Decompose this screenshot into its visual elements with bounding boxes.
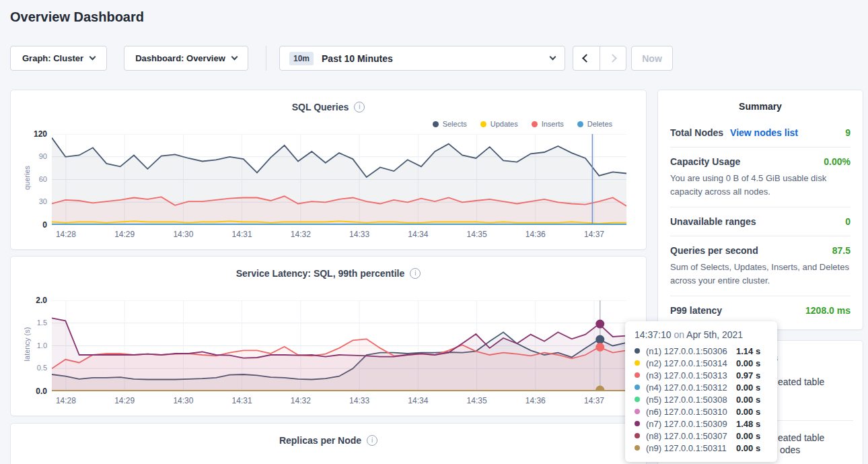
x-tick-label: 14:29 bbox=[110, 396, 139, 405]
tooltip-timestamp: 14:37:10 on Apr 5th, 2021 bbox=[635, 329, 768, 340]
x-tick-label: 14:33 bbox=[345, 230, 374, 239]
x-tick-label: 14:28 bbox=[51, 230, 81, 239]
stat-queries-per-second: Queries per second 87.5 Sum of Selects, … bbox=[670, 236, 851, 296]
x-tick-label: 14:36 bbox=[521, 396, 550, 405]
service-latency-chart-card: Service Latency: SQL, 99th percentile i … bbox=[10, 256, 647, 416]
event-row-text-fragment[interactable]: eated table bbox=[778, 432, 824, 443]
y-tick-label: 0 bbox=[16, 220, 47, 230]
controls-divider bbox=[266, 46, 266, 71]
series-color-dot-icon bbox=[635, 385, 640, 390]
now-button[interactable]: Now bbox=[631, 46, 673, 71]
legend-label: Selects bbox=[443, 120, 467, 128]
stat-label: Total Nodes bbox=[670, 127, 723, 138]
tooltip-node-value: 0.97 s bbox=[736, 370, 760, 380]
tooltip-node-label: (n6) 127.0.0.1:50310 bbox=[646, 407, 736, 417]
legend-item-deletes: Deletes bbox=[577, 120, 612, 128]
tooltip-node-label: (n3) 127.0.0.1:50313 bbox=[646, 370, 736, 380]
replicas-chart-title: Replicas per Node bbox=[279, 435, 361, 446]
y-tick-label: 30 bbox=[16, 197, 47, 205]
x-tick-label: 14:28 bbox=[51, 396, 81, 405]
legend-dot-icon bbox=[532, 121, 538, 127]
legend-label: Updates bbox=[491, 120, 518, 128]
x-tick-label: 14:31 bbox=[227, 396, 257, 405]
time-range-dropdown[interactable]: 10m Past 10 Minutes bbox=[279, 46, 565, 71]
series-color-dot-icon bbox=[635, 348, 640, 354]
tooltip-node-label: (n4) 127.0.0.1:50312 bbox=[646, 383, 736, 393]
replicas-per-node-chart-card: Replicas per Node i bbox=[10, 423, 647, 464]
info-icon[interactable]: i bbox=[354, 102, 365, 112]
stat-value: 0.00% bbox=[824, 156, 851, 167]
event-row-text-fragment[interactable]: eated table bbox=[778, 376, 824, 387]
y-tick-label: 90 bbox=[16, 152, 47, 160]
y-tick-label: 120 bbox=[16, 129, 47, 139]
chevron-down-icon bbox=[550, 54, 556, 61]
series-color-dot-icon bbox=[635, 397, 640, 402]
tooltip-node-label: (n9) 127.0.0.1:50311 bbox=[646, 443, 736, 453]
stat-unavailable-ranges: Unavailable ranges 0 bbox=[670, 207, 851, 236]
legend-item-selects: Selects bbox=[433, 120, 467, 128]
dashboard-dropdown-label: Dashboard: Overview bbox=[135, 53, 225, 63]
tooltip-node-label: (n2) 127.0.0.1:50314 bbox=[646, 358, 736, 368]
tooltip-node-value: 0.00 s bbox=[736, 395, 760, 405]
series-color-dot-icon bbox=[635, 372, 640, 378]
graph-dropdown-label: Graph: Cluster bbox=[22, 53, 83, 63]
x-tick-label: 14:34 bbox=[403, 230, 433, 239]
x-tick-label: 14:32 bbox=[286, 230, 316, 239]
tooltip-row: (n1) 127.0.0.1:503061.14 s bbox=[635, 345, 768, 357]
overview-dashboard-page: Overview Dashboard Graph: Cluster Dashbo… bbox=[0, 0, 868, 464]
stat-description: You are using 0 B of 4.5 GiB usable disk… bbox=[670, 172, 851, 198]
legend-item-inserts: Inserts bbox=[532, 120, 564, 128]
tooltip-row: (n4) 127.0.0.1:503120.00 s bbox=[635, 381, 768, 393]
tooltip-node-value: 1.48 s bbox=[736, 419, 760, 429]
series-color-dot-icon bbox=[635, 445, 640, 451]
time-step-buttons bbox=[573, 46, 626, 71]
tooltip-node-label: (n8) 127.0.0.1:50307 bbox=[646, 431, 736, 441]
x-tick-label: 14:36 bbox=[521, 230, 550, 239]
y-tick-label: 2.0 bbox=[16, 296, 47, 305]
tooltip-node-value: 0.00 s bbox=[736, 443, 760, 453]
stat-value: 9 bbox=[845, 127, 851, 138]
y-tick-label: 0.0 bbox=[16, 387, 47, 396]
y-tick-label: 1.0 bbox=[16, 341, 47, 350]
graph-dropdown[interactable]: Graph: Cluster bbox=[10, 46, 107, 71]
stat-label: Queries per second bbox=[670, 245, 758, 256]
chevron-right-icon bbox=[609, 54, 618, 63]
x-tick-label: 14:35 bbox=[462, 230, 492, 239]
info-icon[interactable]: i bbox=[410, 268, 421, 279]
stat-description: Sum of Selects, Updates, Inserts, and De… bbox=[670, 261, 851, 287]
stat-label: P99 latency bbox=[670, 305, 722, 316]
x-tick-label: 14:30 bbox=[168, 396, 198, 405]
chart-hover-tooltip: 14:37:10 on Apr 5th, 2021 (n1) 127.0.0.1… bbox=[625, 321, 777, 462]
stat-capacity-usage: Capacity Usage 0.00% You are using 0 B o… bbox=[670, 147, 851, 207]
stat-p99-latency: P99 latency 1208.0 ms bbox=[670, 296, 851, 325]
stat-label: Unavailable ranges bbox=[670, 216, 756, 227]
x-tick-label: 14:30 bbox=[168, 230, 198, 239]
sql-queries-chart-title: SQL Queries bbox=[292, 102, 349, 112]
latency-plot-area[interactable] bbox=[52, 300, 626, 391]
page-title: Overview Dashboard bbox=[10, 9, 144, 25]
sql-queries-chart-card: SQL Queries i Selects Updates Inserts De… bbox=[10, 90, 647, 250]
y-tick-label: 1.5 bbox=[16, 319, 47, 327]
chevron-down-icon bbox=[231, 54, 238, 61]
time-range-label: Past 10 Minutes bbox=[322, 53, 393, 64]
tooltip-node-value: 0.00 s bbox=[736, 431, 760, 441]
stat-value: 87.5 bbox=[832, 245, 851, 256]
tooltip-rows: (n1) 127.0.0.1:503061.14 s(n2) 127.0.0.1… bbox=[635, 345, 768, 454]
x-tick-label: 14:32 bbox=[286, 396, 316, 405]
x-tick-label: 14:37 bbox=[579, 396, 609, 405]
next-time-button[interactable] bbox=[600, 46, 626, 70]
y-tick-label: 0.5 bbox=[16, 364, 47, 372]
tooltip-row: (n7) 127.0.0.1:503091.48 s bbox=[635, 418, 768, 430]
sql-queries-plot-area[interactable] bbox=[52, 134, 626, 225]
info-icon[interactable]: i bbox=[367, 435, 377, 446]
tooltip-date: Apr 5th, 2021 bbox=[686, 329, 743, 340]
x-tick-label: 14:31 bbox=[227, 230, 257, 239]
previous-time-button[interactable] bbox=[573, 46, 600, 70]
now-button-label: Now bbox=[642, 53, 662, 64]
event-row-text-fragment[interactable]: odes bbox=[780, 444, 800, 455]
tooltip-time: 14:37:10 bbox=[635, 329, 672, 340]
view-nodes-list-link[interactable]: View nodes list bbox=[730, 127, 798, 138]
legend-label: Deletes bbox=[587, 120, 612, 128]
dashboard-dropdown[interactable]: Dashboard: Overview bbox=[124, 46, 248, 71]
tooltip-node-value: 0.00 s bbox=[736, 383, 760, 393]
